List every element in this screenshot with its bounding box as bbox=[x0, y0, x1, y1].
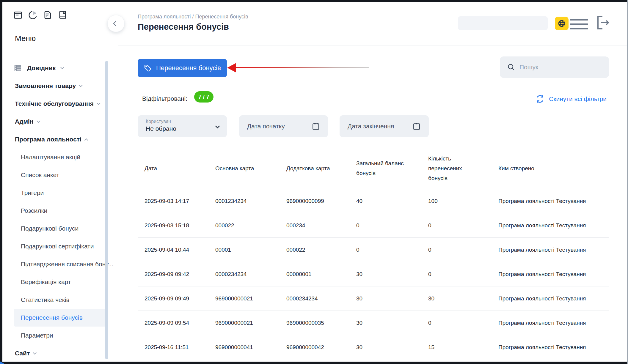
archive-icon[interactable] bbox=[13, 10, 23, 20]
table-row-0[interactable]: 2025-09-03 14:17000123423496900000009940… bbox=[138, 189, 609, 213]
date-start-placeholder: Дата початку bbox=[247, 123, 285, 130]
search-box[interactable] bbox=[500, 56, 609, 78]
table-cell: 0000234234 bbox=[280, 286, 349, 311]
table-cell: 0 bbox=[349, 238, 421, 262]
table-row-3[interactable]: 2025-09-09 09:42000023423400000001300Про… bbox=[138, 262, 609, 286]
sidebar-item-4-0[interactable]: Налаштування акцій bbox=[2, 148, 115, 166]
sidebar-item-4-5[interactable]: Подарункові сертифікати bbox=[2, 237, 115, 255]
table-cell: 0 bbox=[421, 213, 492, 237]
date-end-filter[interactable]: Дата закінчення bbox=[340, 115, 429, 137]
reset-filters-link[interactable]: Скинути всі фільтри bbox=[535, 94, 607, 104]
language-button[interactable] bbox=[555, 17, 569, 30]
document-icon[interactable] bbox=[43, 10, 53, 20]
table-cell: 0 bbox=[349, 213, 421, 237]
table-row-4[interactable]: 2025-09-09 09:49969000000021000023423430… bbox=[138, 286, 609, 311]
chevron-down-icon bbox=[79, 83, 83, 87]
sidebar-item-4-3[interactable]: Розсилки bbox=[2, 202, 115, 220]
sidebar-section-2[interactable]: Технічне обслуговування bbox=[2, 95, 115, 113]
table-cell: 30 bbox=[349, 286, 421, 311]
table-cell: 2025-09-09 09:49 bbox=[138, 286, 208, 311]
table-cell: 30 bbox=[349, 262, 421, 286]
section-label: Замовлення товару bbox=[15, 82, 76, 89]
table-row-5[interactable]: 2025-09-09 09:54969000000021969000000035… bbox=[138, 311, 609, 335]
table-cell: 0 bbox=[421, 238, 492, 262]
list-icon bbox=[14, 64, 22, 72]
logout-icon[interactable] bbox=[595, 14, 611, 31]
chevron-down-icon bbox=[60, 65, 64, 69]
sidebar-item-4-9[interactable]: Перенесення бонусів bbox=[14, 309, 107, 327]
sidebar-menu: ДовідникЗамовлення товаруТехнічне обслуг… bbox=[2, 59, 115, 362]
transfer-bonuses-label: Перенесення бонусів bbox=[156, 64, 221, 72]
table-row-1[interactable]: 2025-09-03 15:1800002200023400Програма л… bbox=[138, 213, 609, 237]
table-cell: Програма лояльності Тестування bbox=[492, 213, 609, 237]
sidebar-item-4-4[interactable]: Подарункові бонуси bbox=[2, 220, 115, 237]
sidebar-item-4-6[interactable]: Підтвердження списання бону... bbox=[2, 255, 115, 273]
window-right-border bbox=[627, 0, 628, 364]
table-cell: 969000000021 bbox=[208, 311, 280, 335]
pie-chart-icon[interactable] bbox=[28, 10, 38, 20]
user-info-placeholder bbox=[458, 16, 548, 30]
transfer-bonuses-button[interactable]: Перенесення бонусів bbox=[138, 59, 227, 77]
sidebar-section-0[interactable]: Довідник bbox=[2, 59, 115, 77]
table-row-2[interactable]: 2025-09-04 10:440000100002200Програма ло… bbox=[138, 237, 609, 262]
table-cell: 00001 bbox=[208, 238, 280, 262]
section-label: Сайт bbox=[15, 350, 30, 357]
table-cell: 30 bbox=[349, 311, 421, 335]
table-cell: 30 bbox=[349, 335, 421, 359]
table-cell: Програма лояльності Тестування bbox=[492, 238, 609, 262]
section-label: Технічне обслуговування bbox=[15, 100, 94, 107]
table-cell: Програма лояльності Тестування bbox=[492, 286, 609, 311]
user-filter-dropdown[interactable]: Користувач Не обрано bbox=[138, 115, 227, 137]
sidebar-item-4-2[interactable]: Тригери bbox=[2, 184, 115, 202]
sidebar-section-1[interactable]: Замовлення товару bbox=[2, 77, 115, 95]
sidebar-section-3[interactable]: Адмін bbox=[2, 113, 115, 130]
sidebar-scrollbar[interactable] bbox=[105, 61, 108, 359]
book-icon[interactable] bbox=[58, 10, 67, 20]
column-header: Додаткова карта bbox=[280, 148, 349, 189]
globe-icon bbox=[557, 19, 566, 28]
date-end-placeholder: Дата закінчення bbox=[348, 123, 394, 130]
filtered-label: Відфільтровані: bbox=[142, 95, 187, 102]
table-cell: 100 bbox=[421, 189, 492, 213]
calendar-icon bbox=[311, 122, 320, 131]
tag-icon bbox=[144, 64, 152, 72]
table-cell: Програма лояльності Тестування bbox=[492, 311, 609, 335]
table-cell: 2025-09-03 14:17 bbox=[138, 189, 208, 213]
sidebar-section-5[interactable]: Сайт bbox=[2, 344, 115, 362]
section-label: Довідник bbox=[27, 64, 56, 72]
section-label: Програма лояльності bbox=[15, 136, 81, 143]
sidebar-item-4-10[interactable]: Параметри bbox=[2, 327, 115, 344]
sidebar-section-4[interactable]: Програма лояльності bbox=[2, 130, 115, 148]
table-cell: 0000234234 bbox=[208, 262, 280, 286]
reset-filters-label: Скинути всі фільтри bbox=[549, 95, 607, 103]
table-cell: Програма лояльності Тестування bbox=[492, 262, 609, 286]
table-cell: 0001234234 bbox=[208, 189, 280, 213]
table-body: 2025-09-03 14:17000123423496900000009940… bbox=[138, 189, 609, 359]
screenshot-root: Меню ДовідникЗамовлення товаруТехнічне о… bbox=[0, 0, 628, 364]
table-cell: 000022 bbox=[280, 238, 349, 262]
table-row-6[interactable]: 2025-09-16 11:51969000000041969000000042… bbox=[138, 335, 609, 359]
table-cell: 000234 bbox=[280, 213, 349, 237]
chevron-left-icon bbox=[113, 21, 118, 26]
chevron-down-icon bbox=[33, 351, 37, 354]
hamburger-icon[interactable] bbox=[570, 19, 588, 29]
sidebar-item-4-7[interactable]: Верифікація карт bbox=[2, 273, 115, 291]
user-filter-label: Користувач bbox=[146, 119, 221, 124]
user-filter-value: Не обрано bbox=[146, 125, 221, 132]
table-cell: 0 bbox=[421, 311, 492, 335]
table-cell: Програма лояльності Тестування bbox=[492, 335, 609, 359]
date-start-filter[interactable]: Дата початку bbox=[239, 115, 328, 137]
app-window: Меню ДовідникЗамовлення товаруТехнічне о… bbox=[2, 2, 627, 362]
table-cell: 2025-09-16 11:51 bbox=[138, 335, 208, 359]
sidebar-item-4-1[interactable]: Список анкет bbox=[2, 166, 115, 184]
sidebar-item-4-8[interactable]: Статистика чеків bbox=[2, 291, 115, 309]
sidebar-collapse-button[interactable] bbox=[107, 15, 125, 32]
corner-artifact bbox=[0, 361, 5, 364]
breadcrumb: Програма лояльності / Перенесення бонусі… bbox=[138, 14, 248, 20]
search-input[interactable] bbox=[519, 64, 594, 71]
table-cell: 2025-09-09 09:42 bbox=[138, 262, 208, 286]
red-arrow-line bbox=[236, 67, 369, 68]
column-header: Основна карта bbox=[208, 148, 280, 189]
filtered-count-badge: 7 / 7 bbox=[194, 91, 213, 103]
transfers-table: ДатаОсновна картаДодаткова картаЗагальни… bbox=[138, 148, 609, 359]
